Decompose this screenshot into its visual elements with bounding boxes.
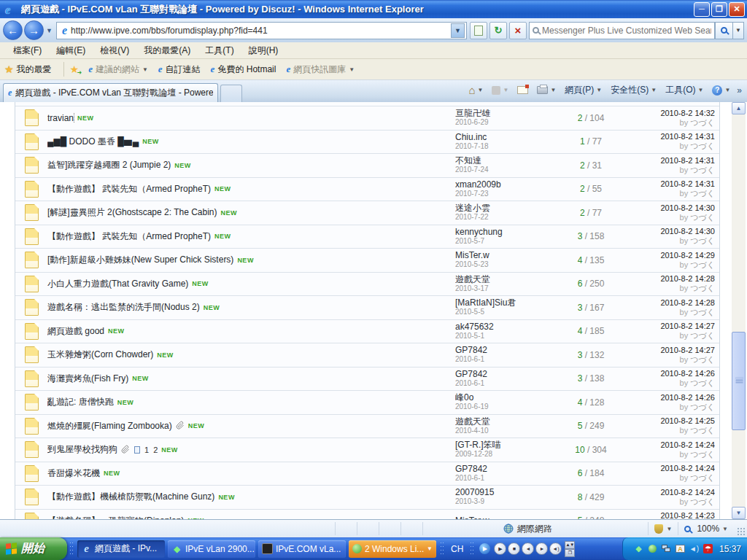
author-link[interactable]: kennychung <box>455 228 557 237</box>
toolbar-grip[interactable] <box>69 541 74 557</box>
taskbar-task-button[interactable]: e網頁遊戲 - IPv... <box>77 540 165 558</box>
author-link[interactable]: GP7842 <box>455 370 557 379</box>
search-box[interactable] <box>529 22 715 39</box>
overflow-chevron-button[interactable]: » <box>735 85 744 96</box>
favorites-bar-item[interactable]: e網頁快訊圖庫▼ <box>281 61 360 78</box>
messenger-tray-icon[interactable] <box>647 543 658 554</box>
thread-title-link[interactable]: 香甜爆米花機 <box>47 467 100 480</box>
forward-button[interactable]: → <box>24 20 44 40</box>
author-link[interactable]: 20070915 <box>455 488 557 497</box>
read-mail-button[interactable] <box>513 85 533 96</box>
wmp-restore-button[interactable]: ❐ <box>565 549 575 557</box>
safety-menu-button[interactable]: 安全性(S)▼ <box>606 82 661 98</box>
active-tab[interactable]: e 網頁遊戲 - IPvE.COM vLan 互聯對戰論壇 - Powere..… <box>3 83 218 102</box>
author-link[interactable]: xman2009b <box>455 180 557 190</box>
menu-item[interactable]: 檔案(F) <box>6 42 49 59</box>
thread-title-link[interactable]: 【動作遊戲】 武裝先知（Armed PropheT) <box>47 183 211 195</box>
favorites-bar-item[interactable]: e建議的網站▼ <box>83 61 153 78</box>
address-dropdown-button[interactable]: ▼ <box>451 23 465 38</box>
last-poster-link[interactable]: つづく <box>690 189 715 198</box>
antivirus-tray-icon[interactable]: ☂ <box>703 543 713 554</box>
thread-title-link[interactable]: 海灘賣烤魚(Fish Fry) <box>47 373 128 385</box>
menu-item[interactable]: 說明(H) <box>241 42 286 59</box>
search-input[interactable] <box>542 26 711 36</box>
refresh-button[interactable]: ↻ <box>489 22 507 39</box>
wmp-expand-button[interactable]: ▲▼ <box>565 541 575 549</box>
thread-title-link[interactable]: 小白人重力遊戲(That Gravity Game) <box>47 278 188 290</box>
thread-title-link[interactable]: 【動作遊戲】機械槍防禦戰(Machine Gunz) <box>47 491 214 503</box>
start-button[interactable]: 開始 <box>0 537 67 560</box>
author-link[interactable]: Chiu.inc <box>455 133 557 142</box>
wmp-next-button[interactable]: ► <box>535 542 548 555</box>
author-link[interactable]: 迷途小雲 <box>455 203 557 213</box>
minimize-button[interactable]: ─ <box>694 2 710 17</box>
last-poster-link[interactable]: つづく <box>690 402 715 411</box>
scroll-up-button[interactable]: ▲ <box>732 102 746 114</box>
tools-menu-button[interactable]: 工具(O)▼ <box>661 82 708 98</box>
search-options-dropdown[interactable]: ▼ <box>733 22 744 39</box>
wmp-previous-button[interactable]: ◄ <box>522 542 534 555</box>
scroll-down-button[interactable]: ▼ <box>732 507 746 519</box>
last-poster-link[interactable]: つづく <box>690 331 715 340</box>
taskbar-task-button[interactable]: IPvE.COM vLa... <box>258 540 346 558</box>
favorites-button[interactable]: 我的最愛 <box>17 63 52 76</box>
new-tab-button[interactable] <box>220 85 242 102</box>
menu-item[interactable]: 檢視(V) <box>93 42 136 59</box>
stop-button[interactable]: × <box>509 22 527 39</box>
network-tray-icon[interactable] <box>661 543 672 554</box>
thread-title-link[interactable]: travian <box>47 113 74 123</box>
last-poster-link[interactable]: つづく <box>690 450 715 459</box>
last-poster-link[interactable]: つづく <box>690 355 715 364</box>
last-poster-link[interactable]: つづく <box>690 260 715 269</box>
thread-title-link[interactable]: 到鬼屋學校找狗狗 <box>47 443 117 456</box>
favorites-bar-item[interactable]: e自訂連結 <box>153 61 206 78</box>
thread-title-link[interactable]: [解謎]靈異照片 2(Ghostscape 2: The Cabin) <box>47 206 217 219</box>
help-button[interactable]: ?▼ <box>708 84 735 97</box>
last-poster-link[interactable]: つづく <box>690 426 715 435</box>
menu-item[interactable]: 我的最愛(A) <box>136 42 198 59</box>
address-input[interactable] <box>71 26 451 36</box>
toolbar-grip[interactable] <box>440 541 444 557</box>
page-menu-button[interactable]: 網頁(P)▼ <box>560 82 606 98</box>
search-go-button[interactable] <box>715 22 733 39</box>
address-bar[interactable]: e ▼ <box>56 22 467 39</box>
thread-title-link[interactable]: ▄▆█ DODO 墨香 █▆▄ <box>47 136 139 148</box>
last-poster-link[interactable]: つづく <box>690 166 715 174</box>
vertical-scrollbar[interactable]: ▲ ▼ <box>732 102 746 519</box>
volume-tray-icon[interactable]: ◄) <box>689 543 700 554</box>
last-poster-link[interactable]: つづく <box>690 213 715 222</box>
last-poster-link[interactable]: つづく <box>690 497 715 506</box>
compatibility-view-button[interactable] <box>470 22 487 39</box>
vlan-tray-icon[interactable]: ◆ <box>633 543 644 554</box>
thread-title-link[interactable]: 亂遊記: 唐僧快跑 <box>47 396 114 408</box>
author-link[interactable]: GP7842 <box>455 346 557 355</box>
last-poster-link[interactable]: つづく <box>690 141 715 150</box>
page-number-link[interactable]: 1 <box>144 446 149 454</box>
thread-title-link[interactable]: 益智]跳躍穿越繩圈 2 (Jumpie 2) <box>47 159 171 171</box>
thread-title-link[interactable]: [動作]新超級小雞姊妹(New Super Chick Sisters) <box>47 254 233 266</box>
taskbar-task-button[interactable]: 2 Windows Li...▼ <box>349 540 436 558</box>
author-link[interactable]: 峰0o <box>455 393 557 402</box>
feeds-button[interactable]: ▼ <box>487 85 513 96</box>
last-poster-link[interactable]: つづく <box>690 378 715 387</box>
language-bar[interactable]: CH <box>446 544 468 554</box>
last-poster-link[interactable]: つづく <box>690 118 715 127</box>
author-link[interactable]: ak475632 <box>455 322 557 332</box>
wmp-volume-button[interactable]: ◄) <box>549 542 562 555</box>
thread-title-link[interactable]: 玉米雜燴粥(Corn Chowder) <box>47 349 153 361</box>
last-poster-link[interactable]: つづく <box>690 473 715 482</box>
zoom-control[interactable]: 100%▼ <box>678 522 734 535</box>
author-link[interactable]: 亘龍卍雄 <box>455 109 557 118</box>
author-link[interactable]: 不知達 <box>455 156 557 166</box>
display-tray-icon[interactable]: A <box>675 543 686 554</box>
last-poster-link[interactable]: つづく <box>690 236 715 245</box>
thread-title-link[interactable]: 網頁遊戲 good <box>47 325 104 338</box>
toolbar-grip[interactable] <box>470 541 474 557</box>
author-link[interactable]: 遊戲天堂 <box>455 275 557 284</box>
thread-title-link[interactable]: 燃燒的殭屍(Flaming Zombooka) <box>47 420 172 432</box>
back-button[interactable]: ← <box>3 20 23 40</box>
history-dropdown-icon[interactable]: ▼ <box>46 27 53 34</box>
favorites-bar-item[interactable]: e免費的 Hotmail <box>206 61 282 78</box>
restore-button[interactable]: ❐ <box>711 2 727 17</box>
page-number-link[interactable]: 2 <box>153 446 158 454</box>
